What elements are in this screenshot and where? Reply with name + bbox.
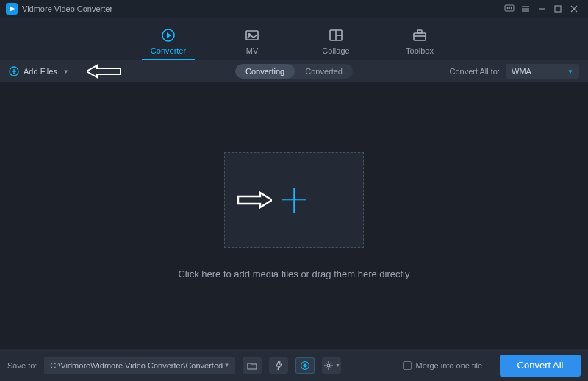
svg-marker-14 — [167, 32, 171, 38]
output-format-select[interactable]: WMA ▼ — [506, 64, 579, 79]
app-title: Vidmore Video Converter — [22, 4, 112, 13]
svg-point-30 — [327, 364, 330, 367]
feedback-icon[interactable] — [501, 1, 517, 17]
tab-toolbox[interactable]: Toolbox — [398, 27, 442, 60]
svg-rect-21 — [417, 30, 422, 33]
svg-point-29 — [304, 364, 306, 367]
svg-rect-10 — [555, 6, 561, 12]
svg-point-4 — [509, 7, 509, 8]
plus-circle-icon — [9, 66, 19, 76]
svg-rect-20 — [414, 33, 426, 40]
add-media-dropzone[interactable] — [224, 152, 364, 248]
app-logo-icon — [6, 3, 18, 15]
svg-marker-26 — [87, 65, 121, 77]
caret-down-icon: ▼ — [223, 362, 229, 368]
annotation-arrow-icon — [237, 191, 272, 209]
svg-point-16 — [248, 34, 250, 35]
toolbar: Add Files ▼ Converting Converted Convert… — [0, 60, 588, 82]
tab-mv[interactable]: MV — [230, 27, 274, 60]
caret-down-icon: ▼ — [63, 68, 69, 75]
mv-icon — [244, 27, 260, 43]
toolbox-icon — [412, 27, 428, 43]
open-folder-button[interactable] — [243, 357, 262, 374]
hardware-accel-button[interactable] — [269, 357, 288, 374]
segment-converting[interactable]: Converting — [235, 64, 295, 79]
plus-icon — [282, 188, 306, 213]
add-files-button[interactable]: Add Files ▼ — [9, 66, 69, 76]
save-path-select[interactable]: C:\Vidmore\Vidmore Video Converter\Conve… — [44, 357, 235, 374]
tab-collage-label: Collage — [322, 46, 349, 55]
titlebar: Vidmore Video Converter — [0, 0, 588, 18]
tab-collage[interactable]: Collage — [314, 27, 358, 60]
merge-label: Merge into one file — [416, 361, 483, 370]
svg-point-5 — [511, 7, 512, 8]
tab-converter-label: Converter — [151, 46, 186, 55]
caret-down-icon: ▼ — [567, 68, 573, 75]
tab-converter[interactable]: Converter — [146, 27, 190, 60]
caret-down-icon: ▼ — [335, 363, 340, 368]
convert-all-button[interactable]: Convert All — [500, 355, 581, 377]
convert-all-to-label: Convert All to: — [450, 67, 500, 76]
close-button[interactable] — [566, 1, 582, 17]
converter-icon — [160, 27, 176, 43]
maximize-button[interactable] — [550, 1, 566, 17]
main-nav: Converter MV Collage Toolbox — [0, 18, 588, 60]
save-path-value: C:\Vidmore\Vidmore Video Converter\Conve… — [50, 361, 223, 370]
save-to-label: Save to: — [7, 361, 37, 370]
minimize-button[interactable] — [534, 1, 550, 17]
add-files-label: Add Files — [24, 67, 57, 76]
segment-converted[interactable]: Converted — [295, 64, 353, 79]
bottom-bar: Save to: C:\Vidmore\Vidmore Video Conver… — [0, 349, 588, 381]
drop-area: Click here to add media files or drag th… — [0, 82, 588, 349]
status-segment: Converting Converted — [235, 64, 353, 79]
svg-point-3 — [507, 7, 508, 8]
output-format-value: WMA — [512, 67, 531, 76]
menu-icon[interactable] — [517, 1, 534, 17]
merge-checkbox[interactable]: Merge into one file — [403, 361, 483, 370]
collage-icon — [328, 27, 344, 43]
convert-all-to: Convert All to: WMA ▼ — [450, 64, 579, 79]
app-window: Vidmore Video Converter Converter MV Col… — [0, 0, 588, 381]
svg-marker-27 — [238, 193, 272, 207]
drop-hint-text: Click here to add media files or drag th… — [178, 268, 409, 279]
tab-toolbox-label: Toolbox — [406, 46, 434, 55]
checkbox-icon — [403, 361, 412, 370]
tab-mv-label: MV — [246, 46, 259, 55]
settings-button[interactable]: ▼ — [322, 357, 341, 374]
annotation-arrow-icon — [87, 64, 122, 79]
high-speed-button[interactable] — [295, 357, 315, 374]
